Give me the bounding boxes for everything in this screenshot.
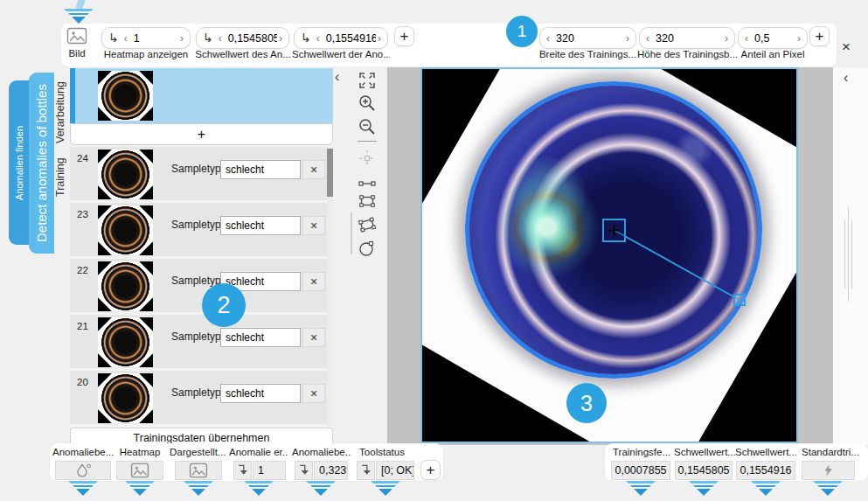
splitter-grip[interactable] (351, 212, 352, 254)
training-row[interactable]: 23 Sampletyp × (70, 203, 327, 259)
circle-roi-icon (357, 238, 378, 259)
output-label: Anomalie er... (229, 447, 288, 457)
input-connector-arrow (64, 9, 94, 24)
param-value[interactable]: 320 (552, 32, 624, 45)
spin-down-button[interactable]: ‹ (644, 33, 651, 44)
anomaly-score-value[interactable]: 0,3239 (314, 461, 348, 480)
param-value[interactable]: 0,1554916 (322, 32, 376, 45)
sampletype-input[interactable] (220, 384, 301, 403)
add-image-button[interactable]: + (70, 123, 333, 145)
spin-up-button[interactable]: › (624, 33, 631, 44)
spin-down-button[interactable]: ‹ (122, 33, 129, 44)
param-schwellwert-der[interactable]: ↳ ‹ 0,1554916 › (294, 27, 388, 49)
toolstatus-value[interactable]: [0; OK] (376, 461, 414, 480)
training-row[interactable]: 21 Sampletyp × (70, 315, 327, 371)
tab-anomalien-finden[interactable]: Anomalien finden (9, 80, 29, 245)
annotation-badge-3: 3 (566, 383, 607, 423)
spin-down-button[interactable]: ‹ (217, 33, 224, 44)
remove-sample-button[interactable]: × (302, 384, 325, 403)
param-anteil-pixel[interactable]: ‹ 0,5 › (738, 27, 808, 49)
displayed-image-output[interactable] (175, 461, 222, 480)
param-value[interactable]: 320 (651, 32, 723, 45)
param-hoehe-trainingsbild[interactable]: ‹ 320 › (639, 27, 735, 49)
collapse-panel-icon[interactable]: ‹ (844, 71, 848, 85)
sampletype-input[interactable] (220, 160, 301, 179)
standard-trigger-output[interactable] (802, 461, 855, 480)
rotated-rectangle-roi-button[interactable] (357, 214, 378, 235)
splitter-grip[interactable] (851, 220, 852, 289)
fit-view-button[interactable] (357, 70, 378, 91)
row-index: 22 (77, 265, 88, 275)
threshold-value-1[interactable]: 0,1545805 (675, 461, 733, 480)
tab-detect-anomalies-of-bottles[interactable]: Detect anomalies of bottles (29, 73, 54, 254)
sampletype-input[interactable] (220, 328, 301, 347)
add-parameter-button[interactable]: + (809, 26, 830, 46)
splitter-grip[interactable] (848, 207, 849, 302)
output-label: Schwellwert... (735, 447, 796, 457)
param-value[interactable]: 0,1545805 (224, 32, 277, 45)
spin-down-button[interactable]: ‹ (315, 33, 322, 44)
spin-up-button[interactable]: › (277, 33, 284, 44)
close-icon[interactable]: × (837, 39, 855, 54)
param-label: Schwellwert der Ano... (292, 49, 390, 59)
spin-up-button[interactable]: › (376, 33, 383, 44)
bottle-thumbnail[interactable] (98, 150, 153, 199)
processing-selected-row[interactable] (70, 68, 333, 123)
remove-sample-button[interactable]: × (302, 160, 325, 179)
spin-down-button[interactable]: ‹ (743, 33, 750, 44)
add-parameter-button[interactable]: + (394, 26, 414, 46)
sampletype-input[interactable] (220, 216, 301, 235)
spin-up-button[interactable]: › (795, 33, 802, 44)
rectangle-roi-button[interactable] (357, 191, 378, 212)
bottle-thumbnail[interactable] (98, 261, 153, 311)
training-row[interactable]: 20 Sampletyp × (70, 371, 327, 427)
spin-down-button[interactable]: ‹ (545, 33, 552, 44)
image-icon (189, 463, 208, 478)
spin-up-button[interactable]: › (178, 33, 185, 44)
training-row[interactable]: 24 Sampletyp × (70, 147, 327, 203)
output-label: Schwellwert... (674, 447, 735, 457)
circle-roi-button[interactable] (357, 238, 378, 259)
zoom-in-button[interactable] (357, 93, 378, 114)
bottle-thumbnail[interactable] (98, 205, 153, 255)
zoom-out-button[interactable] (357, 116, 378, 137)
anomaly-region-output[interactable] (55, 461, 111, 480)
section-label-training: Training (52, 146, 68, 209)
heatmap-output[interactable] (116, 461, 163, 480)
param-schwellwert-des[interactable]: ↳ ‹ 0,1545805 › (196, 27, 289, 49)
param-value[interactable]: 1 (129, 32, 178, 45)
list-scrollbar[interactable] (327, 147, 333, 427)
remove-sample-button[interactable]: × (302, 272, 325, 291)
output-connector-arrow (184, 481, 213, 496)
training-row[interactable]: 22 Sampletyp × (70, 259, 327, 315)
bottle-thumbnail[interactable] (98, 317, 153, 367)
toolbar-separator (358, 141, 377, 142)
output-connector-arrow (751, 481, 781, 496)
spin-up-button[interactable]: › (723, 33, 730, 44)
bottle-thumbnail[interactable] (98, 373, 153, 423)
output-label: Anomaliebe... (52, 447, 114, 457)
output-connector-arrow (626, 481, 656, 496)
param-label: Höhe des Trainingsb... (637, 49, 737, 59)
lightning-icon (822, 463, 836, 478)
scrollbar-thumb[interactable] (327, 149, 333, 197)
graphics-window: 3 (387, 67, 833, 445)
param-breite-trainingsbild[interactable]: ‹ 320 › (539, 27, 636, 49)
output-connector-arrow (371, 481, 400, 496)
training-error-value[interactable]: 0,0007855 (611, 461, 670, 480)
image-view[interactable]: 3 (420, 67, 798, 443)
param-heatmap-anzeigen[interactable]: ↳ ‹ 1 › (101, 27, 191, 49)
bottle-thumbnail[interactable] (98, 71, 153, 121)
add-output-button[interactable]: + (420, 460, 441, 480)
param-value[interactable]: 0,5 (750, 32, 795, 45)
splitter-grip[interactable] (844, 220, 845, 289)
remove-sample-button[interactable]: × (302, 216, 325, 235)
anomaly-detected-value[interactable]: 1 (253, 461, 286, 480)
zoom-out-icon (357, 116, 378, 137)
threshold-value-2[interactable]: 0,1554916 (736, 461, 795, 480)
remove-sample-button[interactable]: × (302, 328, 325, 347)
param-label: Breite des Trainings... (538, 49, 638, 59)
collapse-panel-icon[interactable]: ‹ (335, 70, 339, 84)
roi-overlay[interactable] (422, 69, 796, 442)
section-label-verarbeitung: Verarbeitung (52, 70, 68, 156)
